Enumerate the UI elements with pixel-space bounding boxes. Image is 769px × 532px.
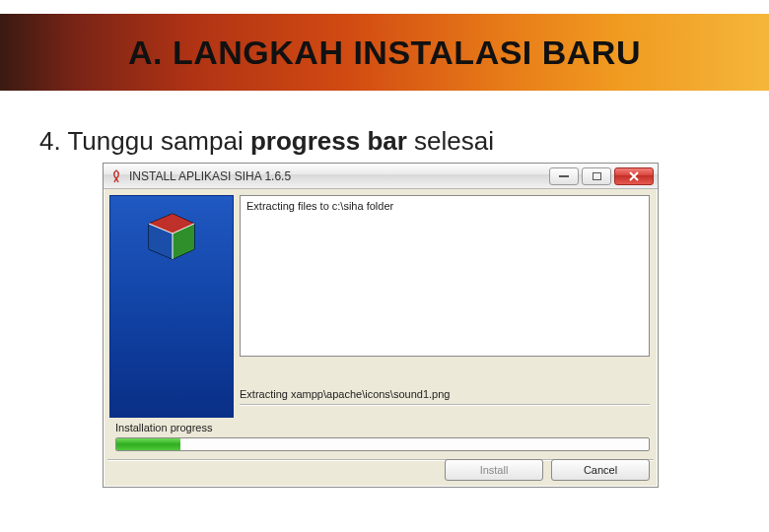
cancel-button[interactable]: Cancel	[551, 459, 650, 481]
window-title: INSTALL APLIKASI SIHA 1.6.5	[129, 169, 291, 183]
divider	[240, 404, 650, 406]
progress-label: Installation progress	[115, 422, 212, 433]
slide-title: A. LANGKAH INSTALASI BARU	[128, 33, 641, 72]
installer-window: INSTALL APLIKASI SIHA 1.6.5	[103, 163, 659, 488]
install-button[interactable]: Install	[445, 459, 543, 481]
maximize-button[interactable]	[582, 167, 611, 185]
log-line: Extracting files to c:\siha folder	[246, 200, 643, 212]
step-prefix: 4. Tunggu sampai	[39, 126, 250, 156]
status-line: Extracting xampp\apache\icons\sound1.png	[240, 388, 650, 400]
log-area: Extracting files to c:\siha folder	[240, 195, 650, 357]
step-bold: progress bar	[250, 126, 407, 156]
side-panel	[109, 195, 234, 418]
app-icon	[109, 169, 123, 183]
close-button[interactable]	[614, 167, 654, 185]
step-suffix: selesai	[407, 126, 494, 156]
progress-bar	[115, 437, 650, 451]
package-icon	[143, 210, 200, 265]
window-titlebar[interactable]: INSTALL APLIKASI SIHA 1.6.5	[104, 164, 658, 189]
step-instruction: 4. Tunggu sampai progress bar selesai	[39, 126, 494, 157]
progress-fill	[116, 438, 180, 450]
title-banner: A. LANGKAH INSTALASI BARU	[0, 14, 769, 91]
minimize-button[interactable]	[549, 167, 579, 185]
